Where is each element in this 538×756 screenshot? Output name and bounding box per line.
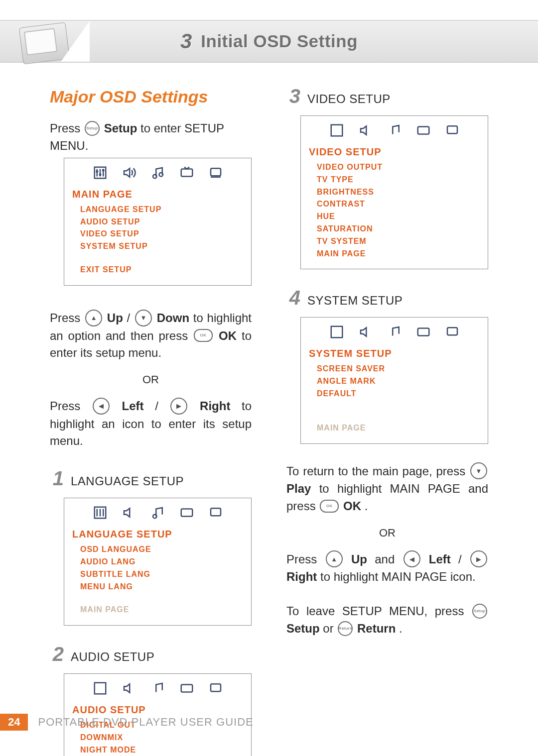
osd-item: SYSTEM SETUP [80, 240, 243, 253]
osd-gear-icon [208, 505, 223, 520]
left-column: Major OSD Settings Press Setup Setup to … [50, 80, 252, 701]
osd-tv-icon [179, 505, 194, 520]
osd-note-icon [150, 681, 165, 696]
down-button-icon: ▼ [135, 310, 152, 326]
content-area: Major OSD Settings Press Setup Setup to … [50, 80, 488, 701]
osd-item: BRIGHTNESS [317, 186, 480, 199]
step-label: LANGUAGE SETUP [71, 473, 184, 490]
svg-rect-6 [181, 169, 192, 176]
step-3-row: 3 VIDEO SETUP [286, 82, 488, 110]
osd-item: TV SYSTEM [317, 235, 480, 248]
svg-rect-14 [211, 684, 221, 692]
osd-gear-icon [445, 324, 460, 339]
chapter-header-band: 3 Initial OSD Setting [0, 20, 538, 63]
svg-rect-18 [331, 326, 342, 338]
or-divider: OR [286, 525, 488, 541]
svg-rect-15 [331, 125, 342, 136]
step-1-row: 1 LANGUAGE SETUP [50, 464, 252, 493]
icon-label: OK [200, 333, 207, 337]
osd-gear-icon [208, 165, 223, 180]
step-number: 2 [50, 640, 64, 668]
osd-note-icon [150, 165, 165, 180]
osd-item: CONTRAST [317, 198, 480, 211]
svg-point-5 [159, 173, 163, 177]
osd-icon-row [72, 505, 243, 520]
text: Press [50, 311, 84, 324]
step-label: SYSTEM SETUP [307, 292, 403, 310]
osd-tv-icon [416, 123, 431, 138]
step-4-row: 4 SYSTEM SETUP [286, 283, 488, 312]
page-number: 24 [0, 714, 28, 731]
ok-button-icon: OK [320, 500, 339, 513]
step-2-row: 2 AUDIO SETUP [50, 640, 252, 668]
text: and [375, 552, 402, 566]
osd-item: VIDEO SETUP [80, 228, 243, 240]
osd-icon-row [309, 324, 480, 339]
osd-icon-row [72, 165, 243, 180]
osd-item: ANGLE MARK [317, 375, 480, 388]
osd-item: SUBTITLE LANG [80, 568, 243, 581]
leave-setup-para: To leave SETUP MENU, press Setup Setup o… [286, 603, 488, 638]
up-button-icon: ▲ [326, 550, 343, 567]
osd-main-page: MAIN PAGE LANGUAGE SETUP AUDIO SETUP VID… [64, 158, 252, 286]
chapter-title: Initial OSD Setting [201, 31, 358, 51]
icon-label: Setup [86, 126, 98, 130]
osd-item: AUDIO LANG [80, 556, 243, 568]
manual-page: 3 Initial OSD Setting Major OSD Settings… [0, 0, 538, 756]
osd-sliders-icon [93, 165, 108, 180]
osd-item: DEFAULT [317, 388, 480, 400]
svg-rect-16 [417, 127, 429, 134]
osd-note-icon [387, 324, 402, 339]
svg-rect-19 [417, 328, 429, 336]
text-bold: Left [122, 399, 144, 413]
osd-item: MENU LANG [80, 581, 243, 593]
text-bold: Setup [104, 121, 137, 135]
osd-speaker-icon [122, 165, 136, 180]
or-divider: OR [50, 372, 252, 388]
section-title: Major OSD Settings [50, 85, 252, 109]
text: / [458, 552, 469, 566]
right-button-icon: ▶ [470, 550, 487, 567]
text-bold: Return [357, 622, 396, 635]
osd-icon-row [72, 681, 243, 696]
osd-item: TV TYPE [317, 174, 480, 186]
text: to highlight MAIN PAGE icon. [320, 570, 476, 583]
osd-footer: MAIN PAGE [80, 604, 243, 616]
osd-sliders-icon [329, 123, 344, 138]
svg-rect-20 [447, 328, 457, 335]
osd-gear-icon [445, 123, 460, 138]
step-label: AUDIO SETUP [71, 648, 154, 666]
icon-label: OK [326, 504, 333, 508]
osd-item: OSD LANGUAGE [80, 543, 243, 556]
text: or [323, 622, 337, 635]
svg-rect-10 [181, 509, 192, 517]
osd-item: HUE [317, 211, 480, 223]
osd-item: VIDEO OUTPUT [317, 161, 480, 174]
svg-point-2 [99, 173, 101, 176]
svg-point-9 [153, 515, 157, 519]
text: Press [50, 121, 84, 135]
chapter-number: 3 [180, 29, 192, 53]
text: / [127, 311, 134, 324]
footer-title: PORTABLE DVD PLAYER USER GUIDE [38, 716, 253, 729]
icon-label: Return [339, 627, 352, 631]
osd-note-icon [150, 505, 165, 520]
left-button-icon: ◀ [93, 398, 110, 415]
osd-header: VIDEO SETUP [309, 145, 480, 159]
svg-rect-11 [211, 509, 221, 516]
text-bold: Setup [286, 622, 320, 635]
osd-item: SATURATION [317, 223, 480, 235]
icon-label: Setup [474, 609, 485, 613]
text-bold: OK [343, 499, 361, 513]
osd-exit: EXIT SETUP [80, 264, 243, 276]
osd-speaker-icon [122, 681, 136, 696]
intro-press-setup: Press Setup Setup to enter SETUP MENU. [50, 120, 252, 155]
page-footer: 24 PORTABLE DVD PLAYER USER GUIDE [0, 713, 309, 731]
text: Press [286, 552, 325, 566]
text: . [399, 622, 403, 635]
osd-tv-icon [179, 165, 194, 180]
osd-sliders-icon [93, 505, 108, 520]
osd-header: MAIN PAGE [72, 187, 243, 202]
osd-item: SCREEN SAVER [317, 363, 480, 375]
text: / [155, 399, 169, 413]
